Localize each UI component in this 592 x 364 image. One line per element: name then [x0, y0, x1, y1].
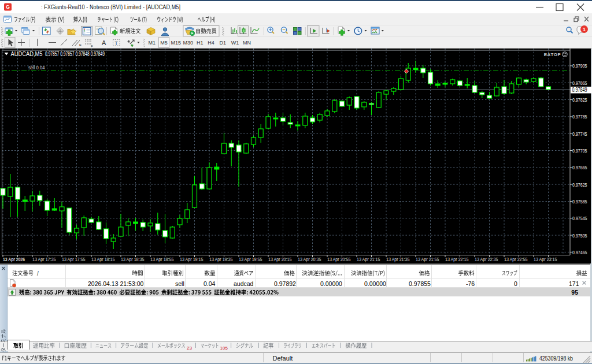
svg-text:95: 95 — [571, 289, 578, 296]
svg-text:105: 105 — [220, 346, 228, 351]
svg-text:425309/198 kb: 425309/198 kb — [539, 355, 573, 362]
svg-text:A: A — [102, 39, 106, 46]
svg-text:H1: H1 — [197, 40, 204, 46]
svg-text:E: E — [79, 43, 82, 47]
svg-text:W1: W1 — [231, 40, 239, 46]
svg-text:: FXGiants-Real10 - Notesco (B: : FXGiants-Real10 - Notesco (BVI) Limite… — [41, 3, 180, 10]
svg-text:/: / — [37, 270, 39, 277]
svg-text:Default: Default — [273, 355, 293, 362]
svg-text:G: G — [6, 4, 10, 10]
svg-text:1: 1 — [583, 26, 586, 32]
svg-text:D1: D1 — [219, 40, 226, 46]
svg-text:M15: M15 — [171, 40, 181, 46]
svg-text:F: F — [91, 44, 93, 48]
svg-text:T: T — [115, 40, 118, 46]
svg-text:MN: MN — [243, 40, 251, 46]
svg-text:M5: M5 — [160, 40, 168, 46]
svg-text:M1: M1 — [148, 40, 156, 46]
svg-text:M30: M30 — [183, 40, 193, 46]
svg-text:23: 23 — [187, 346, 192, 351]
svg-text:H4: H4 — [208, 40, 214, 46]
